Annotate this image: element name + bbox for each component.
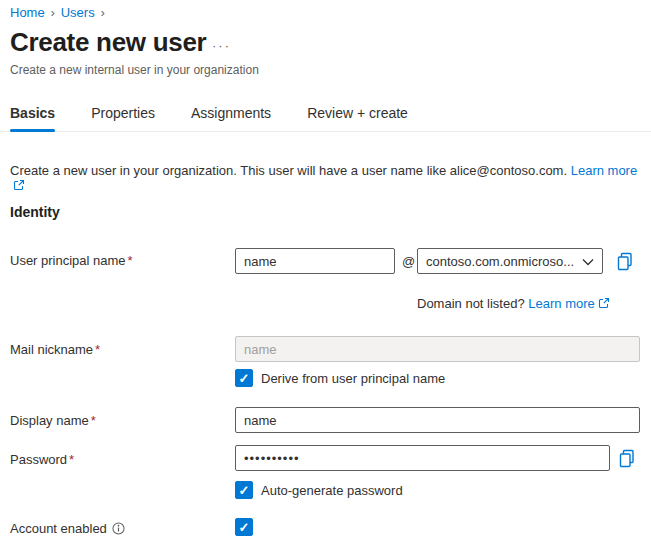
external-link-icon: [13, 179, 25, 194]
copy-upn-button[interactable]: [615, 250, 635, 272]
derive-checkbox-label: Derive from user principal name: [261, 371, 445, 386]
autogen-checkbox-row: Auto-generate password: [235, 481, 403, 499]
mail-nickname-label: Mail nickname*: [10, 342, 100, 357]
tab-basics[interactable]: Basics: [10, 105, 55, 131]
section-identity-heading: Identity: [10, 204, 60, 220]
copy-icon: [617, 252, 633, 271]
mail-nickname-input: [235, 336, 640, 362]
external-link-icon: [598, 297, 610, 312]
copy-icon: [619, 449, 635, 468]
domain-help-text: Domain not listed? Learn more: [417, 296, 610, 312]
tab-properties[interactable]: Properties: [91, 105, 155, 131]
chevron-down-icon: [582, 254, 594, 269]
breadcrumb-separator: ›: [101, 6, 105, 20]
intro-sentence: Create a new user in your organization. …: [10, 163, 567, 178]
account-enabled-label: Account enabled: [10, 521, 125, 538]
required-asterisk: *: [128, 253, 133, 268]
intro-learn-more-link[interactable]: Learn more: [571, 163, 637, 178]
info-icon[interactable]: [112, 522, 125, 538]
required-asterisk: *: [69, 452, 74, 467]
tab-review-create[interactable]: Review + create: [307, 105, 408, 131]
tab-bar: Basics Properties Assignments Review + c…: [0, 98, 651, 132]
display-name-input[interactable]: [235, 407, 640, 433]
domain-dropdown[interactable]: contoso.com.onmicroso...: [417, 248, 603, 274]
domain-learn-more-link[interactable]: Learn more: [528, 296, 594, 311]
account-enabled-checkbox-row: [235, 518, 253, 536]
intro-text: Create a new user in your organization. …: [10, 163, 645, 194]
domain-dropdown-value: contoso.com.onmicroso...: [426, 254, 574, 269]
required-asterisk: *: [91, 413, 96, 428]
autogen-checkbox[interactable]: [235, 481, 253, 499]
breadcrumb-home-link[interactable]: Home: [10, 5, 45, 20]
account-enabled-checkbox[interactable]: [235, 518, 253, 536]
breadcrumb-separator: ›: [51, 6, 55, 20]
derive-checkbox-row: Derive from user principal name: [235, 369, 445, 387]
breadcrumb: Home › Users ›: [10, 5, 105, 20]
copy-password-button[interactable]: [617, 447, 637, 469]
at-sign: @: [402, 254, 415, 269]
password-label: Password*: [10, 452, 74, 467]
upn-label: User principal name*: [10, 253, 133, 268]
tab-assignments[interactable]: Assignments: [191, 105, 271, 131]
required-asterisk: *: [95, 342, 100, 357]
derive-checkbox[interactable]: [235, 369, 253, 387]
page-subtitle: Create a new internal user in your organ…: [10, 63, 259, 77]
display-name-label: Display name*: [10, 413, 96, 428]
create-new-user-page: Home › Users › Create new user ··· Creat…: [0, 0, 651, 546]
password-input[interactable]: [235, 445, 610, 471]
breadcrumb-users-link[interactable]: Users: [61, 5, 95, 20]
autogen-checkbox-label: Auto-generate password: [261, 483, 403, 498]
upn-input[interactable]: [235, 248, 395, 274]
more-actions-button[interactable]: ···: [212, 38, 231, 53]
page-title: Create new user: [10, 27, 206, 58]
